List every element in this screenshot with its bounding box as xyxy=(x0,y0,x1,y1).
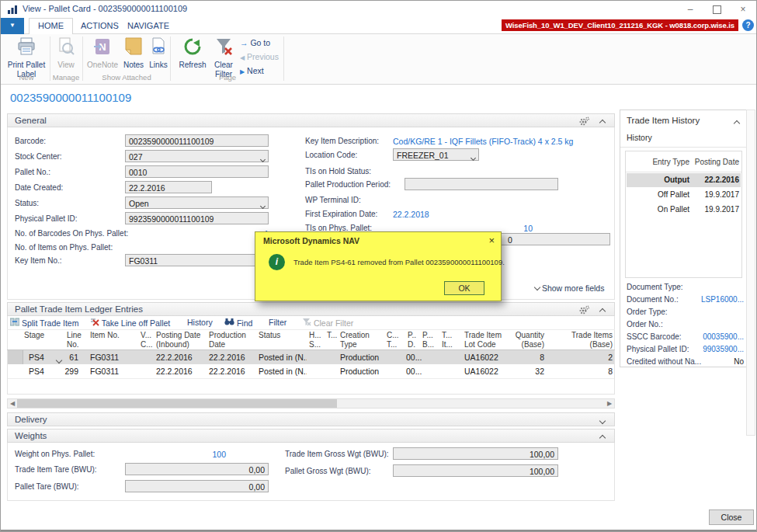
col-hs[interactable]: H...S... xyxy=(309,331,323,349)
cell-creation[interactable]: Production xyxy=(340,350,383,364)
cell-posting[interactable]: 22.2.2016 xyxy=(156,364,204,378)
split-trade-item-button[interactable]: Split Trade Item xyxy=(10,318,78,328)
col-production-date[interactable]: ProductionDate xyxy=(209,331,254,349)
help-icon[interactable]: ? xyxy=(742,19,754,31)
chevron-down-icon xyxy=(261,154,265,166)
history-entry-type[interactable]: On Pallet xyxy=(634,205,689,214)
col-t[interactable]: T... xyxy=(327,331,338,340)
cell-status[interactable]: Posted in (N... xyxy=(259,350,307,364)
tab-navigate[interactable]: NAVIGATE xyxy=(119,18,178,33)
status-select[interactable]: Open xyxy=(125,196,269,209)
show-more-fields-link[interactable]: Show more fields xyxy=(535,283,604,293)
cell-qty[interactable]: 32 xyxy=(505,364,544,378)
tis-on-phys-pallet-value[interactable]: 10 xyxy=(498,224,533,233)
refresh-button[interactable]: Refresh xyxy=(176,37,209,70)
cell-item[interactable]: FG0311 xyxy=(90,364,137,378)
stock-center-select[interactable]: 027 xyxy=(125,150,269,162)
col-item-no[interactable]: Item No. xyxy=(90,331,137,340)
scroll-left-icon[interactable]: ◀ xyxy=(8,399,17,408)
main-vscrollbar[interactable] xyxy=(746,110,755,436)
document-no-link[interactable]: LSP16000... xyxy=(694,295,744,304)
history-button[interactable]: History xyxy=(187,318,213,327)
pallet-tare-field[interactable]: 0,00 xyxy=(125,480,269,492)
key-item-description-value[interactable]: Cod/KG/RE 1 - IQF Fillets (FIFO-Track) 4… xyxy=(393,137,573,146)
tab-home[interactable]: HOME xyxy=(29,18,73,35)
history-col-entry-type[interactable]: Entry Type xyxy=(634,158,689,166)
links-button[interactable]: Links xyxy=(147,37,170,70)
col-pb[interactable]: P...B... xyxy=(422,331,438,349)
notes-button[interactable]: Notes xyxy=(120,37,147,70)
cell-stage[interactable]: PS4 xyxy=(29,364,55,378)
col-pd[interactable]: P..D. xyxy=(408,331,420,349)
sscc-barcode-link[interactable]: 00035900... xyxy=(694,332,744,341)
application-menu-button[interactable]: ▼ xyxy=(1,18,24,34)
cell-lot[interactable]: UA16022 xyxy=(464,364,509,378)
cell-creation[interactable]: Production xyxy=(340,364,383,378)
ledger-section-header[interactable]: Pallet Trade Item Ledger Entries xyxy=(7,302,615,316)
cell-pd[interactable]: 00... xyxy=(406,350,429,364)
pallet-production-period-field[interactable] xyxy=(405,178,558,190)
cell-line[interactable]: 61 xyxy=(55,350,78,364)
general-section-header[interactable]: General xyxy=(7,113,615,127)
col-trade-items[interactable]: Trade Items(Base) xyxy=(558,331,613,349)
date-created-field[interactable]: 22.2.2016 xyxy=(125,181,212,193)
col-vc[interactable]: V...C... xyxy=(141,331,155,349)
col-status[interactable]: Status xyxy=(259,331,307,340)
expand-delivery-icon[interactable] xyxy=(600,416,605,429)
delivery-section-header[interactable]: Delivery xyxy=(7,412,615,426)
cell-stage[interactable]: PS4 xyxy=(29,350,55,364)
ok-button[interactable]: OK xyxy=(444,281,484,295)
history-posting-date[interactable]: 19.9.2017 xyxy=(694,190,739,199)
links-text: Links xyxy=(149,61,167,69)
location-code-select[interactable]: FREEZER_01 xyxy=(393,148,479,161)
close-window-button[interactable]: × xyxy=(730,1,756,18)
physical-pallet-id-field[interactable]: 9923590000011100109 xyxy=(125,212,269,224)
dialog-close-icon[interactable]: × xyxy=(488,235,495,246)
ti-gross-field[interactable]: 100,00 xyxy=(393,447,558,460)
find-button[interactable]: Find xyxy=(224,318,252,328)
cell-pd[interactable]: 00... xyxy=(406,364,429,378)
pallet-gross-field[interactable]: 100,00 xyxy=(393,464,558,477)
cell-status[interactable]: Posted in (N... xyxy=(259,364,307,378)
pallet-no-field[interactable]: 0010 xyxy=(125,165,269,178)
history-posting-date[interactable]: 19.9.2017 xyxy=(694,205,739,214)
cell-item[interactable]: FG0311 xyxy=(90,350,137,364)
hscroll-thumb[interactable] xyxy=(17,399,337,408)
history-entry-type[interactable]: Off Pallet xyxy=(634,190,689,199)
goto-button[interactable]: → Go to xyxy=(240,37,270,49)
physical-pallet-id-link[interactable]: 99035900... xyxy=(694,345,744,353)
cell-posting[interactable]: 22.2.2016 xyxy=(156,350,204,364)
col-line-no[interactable]: LineNo. xyxy=(67,331,87,349)
weights-section-header[interactable]: Weights xyxy=(7,429,615,443)
cell-production[interactable]: 22.2.2016 xyxy=(209,350,254,364)
col-creation-type[interactable]: CreationType xyxy=(340,331,380,349)
maximize-button[interactable] xyxy=(703,1,730,18)
key-item-no-field[interactable]: FG0311 xyxy=(125,254,269,266)
cell-trade-items[interactable]: 8 xyxy=(558,364,613,378)
cell-lot[interactable]: UA16022 xyxy=(464,350,509,364)
cell-trade-items[interactable]: 2 xyxy=(558,350,613,364)
minimize-button[interactable]: – xyxy=(677,1,703,18)
first-expiration-date-value[interactable]: 22.2.2018 xyxy=(393,210,429,219)
col-posting-date[interactable]: Posting Date(Inbound) xyxy=(156,331,206,349)
history-col-posting-date[interactable]: Posting Date xyxy=(694,158,739,166)
cell-line[interactable]: 299 xyxy=(55,364,78,378)
col-ct[interactable]: C...T... xyxy=(387,331,402,349)
close-button[interactable]: Close xyxy=(709,509,754,525)
col-stage[interactable]: Stage xyxy=(24,331,63,340)
col-quantity[interactable]: Quantity(Base) xyxy=(505,331,544,349)
scroll-right-icon[interactable]: ▶ xyxy=(605,399,614,408)
col-lot-code[interactable]: Trade ItemLot Code xyxy=(464,331,509,349)
cell-production[interactable]: 22.2.2016 xyxy=(209,364,254,378)
row-selector[interactable] xyxy=(8,350,23,364)
col-tit[interactable]: T...It... xyxy=(442,331,459,349)
weight-on-pallet-value[interactable]: 100 xyxy=(187,450,226,459)
ti-tare-field[interactable]: 0,00 xyxy=(125,463,269,475)
main-hscrollbar[interactable]: ◀ ▶ xyxy=(7,398,615,409)
collapse-sidebar-icon[interactable] xyxy=(734,115,739,129)
cell-qty[interactable]: 8 xyxy=(505,350,544,364)
filter-button[interactable]: Filter xyxy=(269,318,286,327)
barcode-field[interactable]: 0023590000011100109 xyxy=(125,134,269,147)
take-line-off-pallet-button[interactable]: Take Line off Pallet xyxy=(90,318,170,328)
divider xyxy=(620,147,747,148)
